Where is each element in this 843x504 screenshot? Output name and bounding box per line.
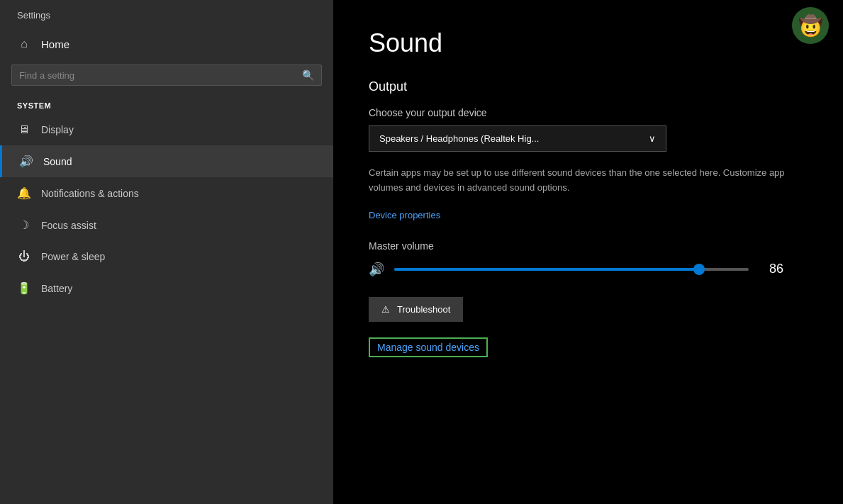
power-icon: ⏻ [17, 250, 31, 263]
home-icon: ⌂ [17, 38, 31, 50]
sidebar-item-display[interactable]: 🖥 Display [0, 114, 333, 145]
warning-icon: ⚠ [381, 304, 390, 315]
page-title: Sound [369, 28, 808, 58]
display-icon: 🖥 [17, 123, 31, 136]
power-label: Power & sleep [41, 251, 105, 262]
sidebar-item-sound[interactable]: 🔊 Sound [0, 145, 333, 177]
avatar-emoji: 🤠 [798, 14, 823, 38]
info-text: Certain apps may be set up to use differ… [369, 166, 808, 196]
notifications-label: Notifications & actions [41, 188, 139, 199]
avatar: 🤠 [792, 7, 829, 44]
selected-device-text: Speakers / Headphones (Realtek Hig... [379, 133, 539, 144]
slider-fill [394, 268, 699, 271]
volume-slider-container[interactable] [394, 262, 749, 276]
choose-output-label: Choose your output device [369, 107, 808, 118]
search-input[interactable] [19, 70, 296, 81]
sidebar: Settings ⌂ Home 🔍 System 🖥 Display 🔊 Sou… [0, 0, 333, 504]
sidebar-item-power[interactable]: ⏻ Power & sleep [0, 241, 333, 272]
main-content: 🤠 Sound Output Choose your output device… [333, 0, 843, 504]
sidebar-item-focus[interactable]: ☽ Focus assist [0, 209, 333, 241]
notifications-icon: 🔔 [17, 186, 31, 200]
focus-label: Focus assist [41, 220, 96, 231]
battery-icon: 🔋 [17, 281, 31, 295]
display-label: Display [41, 124, 74, 135]
volume-row: 🔊 86 [369, 262, 808, 277]
app-title: Settings [0, 0, 333, 28]
sidebar-item-home[interactable]: ⌂ Home [0, 28, 333, 60]
avatar-area: 🤠 [792, 7, 829, 44]
manage-sound-devices-link[interactable]: Manage sound devices [369, 337, 488, 357]
troubleshoot-button[interactable]: ⚠ Troubleshoot [369, 297, 463, 322]
chevron-down-icon: ∨ [649, 133, 656, 144]
focus-icon: ☽ [17, 218, 31, 232]
device-properties-link[interactable]: Device properties [369, 210, 440, 220]
sidebar-item-battery[interactable]: 🔋 Battery [0, 272, 333, 304]
battery-label: Battery [41, 283, 72, 294]
search-box[interactable]: 🔍 [11, 65, 322, 86]
slider-thumb[interactable] [693, 264, 705, 275]
system-section-label: System [0, 94, 333, 114]
search-icon: 🔍 [302, 69, 314, 81]
volume-icon: 🔊 [369, 262, 384, 277]
volume-value: 86 [759, 262, 783, 276]
master-volume-label: Master volume [369, 240, 808, 252]
sound-label: Sound [43, 156, 72, 167]
home-label: Home [41, 38, 69, 50]
sound-icon: 🔊 [19, 155, 33, 168]
troubleshoot-label: Troubleshoot [397, 304, 450, 315]
sidebar-item-notifications[interactable]: 🔔 Notifications & actions [0, 177, 333, 209]
output-section-title: Output [369, 79, 808, 94]
output-device-dropdown[interactable]: Speakers / Headphones (Realtek Hig... ∨ [369, 125, 666, 152]
